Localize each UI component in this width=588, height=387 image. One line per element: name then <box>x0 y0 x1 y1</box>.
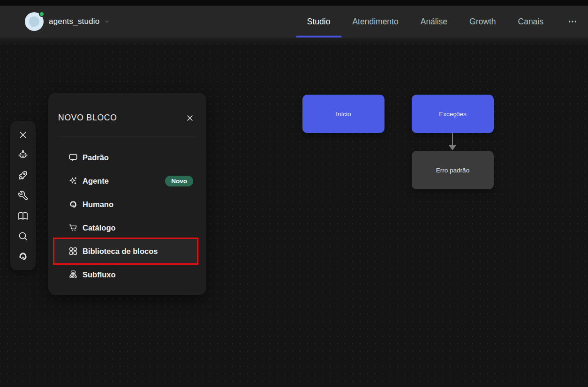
close-icon <box>185 113 195 123</box>
menu-item-label: Agente <box>83 177 109 186</box>
side-toolbar <box>10 121 36 270</box>
block-type-list: Padrão Agente Novo <box>48 136 206 286</box>
message-icon <box>68 152 78 163</box>
online-status-dot <box>39 11 45 17</box>
topbar: agents_studio Studio Atendimento Análise… <box>0 6 588 37</box>
knowledge-button[interactable] <box>14 208 32 224</box>
close-toolbar-button[interactable] <box>14 127 32 143</box>
flow-node-excecoes[interactable]: Exceções <box>412 95 494 133</box>
search-button[interactable] <box>14 228 32 245</box>
menu-item-subfluxo[interactable]: Subfluxo <box>53 263 198 286</box>
wrench-icon <box>17 190 29 201</box>
campaigns-button[interactable] <box>14 167 32 184</box>
chat-bubble-icon <box>29 16 39 27</box>
tab-label: Análise <box>421 17 447 27</box>
window-top-strip <box>0 0 588 6</box>
flow-node-inicio[interactable]: Início <box>302 95 384 133</box>
more-menu-button[interactable] <box>565 6 578 37</box>
subflow-icon <box>68 269 78 280</box>
panel-divider <box>58 136 195 136</box>
menu-item-label: Humano <box>83 200 113 209</box>
new-badge: Novo <box>165 176 193 186</box>
tab-growth[interactable]: Growth <box>469 6 496 37</box>
cart-icon <box>68 223 78 233</box>
ellipsis-icon <box>567 16 578 27</box>
edge-arrow <box>447 133 458 152</box>
tab-studio[interactable]: Studio <box>307 6 331 37</box>
tab-label: Studio <box>307 17 331 27</box>
menu-item-label: Padrão <box>83 153 109 162</box>
menu-item-agente[interactable]: Agente Novo <box>53 169 198 193</box>
menu-item-biblioteca-de-blocos[interactable]: Biblioteca de blocos <box>53 238 198 265</box>
menu-item-catalogo[interactable]: Catálogo <box>53 216 198 239</box>
menu-item-label: Biblioteca de blocos <box>83 247 158 256</box>
headset-icon <box>68 199 78 209</box>
rocket-icon <box>17 170 29 181</box>
robot-icon <box>17 149 29 161</box>
tab-analise[interactable]: Análise <box>421 6 447 37</box>
tab-atendimento[interactable]: Atendimento <box>352 6 398 37</box>
search-icon <box>17 231 29 242</box>
tab-canais[interactable]: Canais <box>518 6 543 37</box>
tools-button[interactable] <box>14 187 32 204</box>
node-label: Início <box>336 111 351 118</box>
main-nav: Studio Atendimento Análise Growth Canais <box>307 6 578 37</box>
tab-label: Atendimento <box>352 17 398 27</box>
canvas-top-glow <box>0 37 588 46</box>
flow-node-erro-padrao[interactable]: Erro padrão <box>412 151 494 189</box>
menu-item-label: Subfluxo <box>83 270 116 279</box>
active-tab-underline <box>296 36 341 37</box>
book-icon <box>17 210 29 222</box>
node-label: Erro padrão <box>436 167 469 174</box>
panel-title: NOVO BLOCO <box>58 113 117 123</box>
panel-header: NOVO BLOCO <box>48 93 206 136</box>
blocks-grid-icon <box>68 246 78 256</box>
support-button[interactable] <box>14 248 32 265</box>
sparkle-icon <box>68 176 78 186</box>
tab-label: Canais <box>518 17 543 27</box>
menu-item-label: Catálogo <box>83 223 116 232</box>
chevron-down-icon <box>104 18 110 25</box>
headset-icon <box>17 251 29 262</box>
node-label: Exceções <box>439 111 467 118</box>
workspace-avatar <box>25 12 44 31</box>
tab-label: Growth <box>469 17 496 27</box>
workspace-switcher[interactable]: agents_studio <box>25 12 110 31</box>
menu-item-humano[interactable]: Humano <box>53 193 198 216</box>
workspace-name: agents_studio <box>49 17 99 26</box>
panel-close-button[interactable] <box>183 112 196 125</box>
bots-button[interactable] <box>14 147 32 164</box>
menu-item-padrao[interactable]: Padrão <box>53 146 198 169</box>
new-block-panel: NOVO BLOCO Padrão Agent <box>48 93 206 295</box>
close-icon <box>18 130 28 140</box>
